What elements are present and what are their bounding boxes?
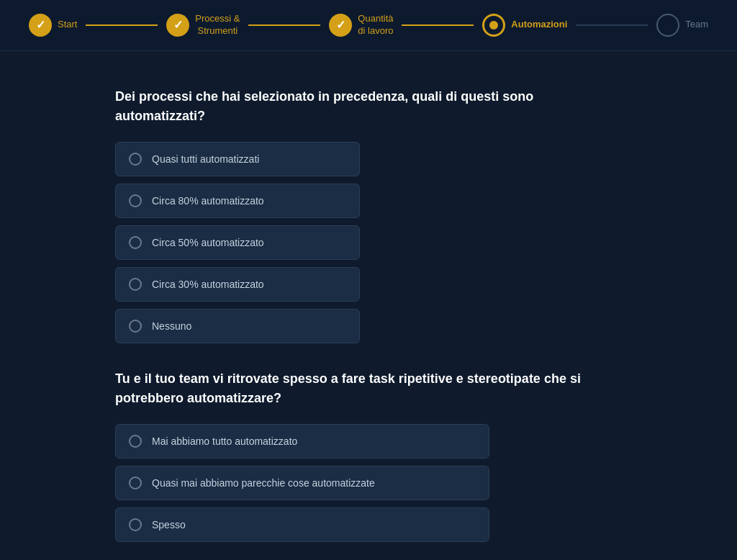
check-icon-processi xyxy=(173,18,183,32)
step-label-start: Start xyxy=(58,19,77,31)
radio-q1-4 xyxy=(129,278,142,291)
option-label-q2-3: Spesso xyxy=(152,519,186,530)
step-quantita[interactable]: Quantitàdi lavoro xyxy=(329,13,393,37)
step-processi[interactable]: Processi &Strumenti xyxy=(166,13,240,37)
option-q1-3[interactable]: Circa 50% automatizzato xyxy=(115,225,360,260)
check-icon-start xyxy=(36,18,45,32)
option-label-q1-1: Quasi tutti automatizzati xyxy=(152,153,259,165)
step-team[interactable]: Team xyxy=(656,14,708,37)
question-1-options: Quasi tutti automatizzati Circa 80% auto… xyxy=(115,142,622,343)
question-2-options: Mai abbiamo tutto automatizzato Quasi ma… xyxy=(115,424,622,542)
option-q2-3[interactable]: Spesso xyxy=(115,507,489,542)
main-content: Dei processi che hai selezionato in prec… xyxy=(0,51,737,560)
option-label-q1-4: Circa 30% automatizzato xyxy=(152,279,264,290)
step-line-1 xyxy=(86,24,158,26)
radio-q2-2 xyxy=(129,477,142,489)
option-label-q1-3: Circa 50% automatizzato xyxy=(152,237,264,248)
radio-q2-1 xyxy=(129,435,142,448)
step-label-quantita: Quantitàdi lavoro xyxy=(358,13,393,37)
check-icon-quantita xyxy=(336,18,345,32)
step-circle-quantita xyxy=(329,14,352,37)
option-label-q2-2: Quasi mai abbiamo parecchie cose automat… xyxy=(152,477,375,489)
question-1-text: Dei processi che hai selezionato in prec… xyxy=(115,87,622,126)
option-q1-1[interactable]: Quasi tutti automatizzati xyxy=(115,142,360,176)
step-circle-team xyxy=(656,14,679,37)
step-circle-automazioni xyxy=(482,14,505,37)
option-label-q1-5: Nessuno xyxy=(152,320,191,332)
step-line-4 xyxy=(576,24,648,26)
question-1-block: Dei processi che hai selezionato in prec… xyxy=(115,87,622,343)
step-start[interactable]: Start xyxy=(29,14,77,37)
step-circle-start xyxy=(29,14,52,37)
radio-q1-2 xyxy=(129,194,142,207)
step-label-team: Team xyxy=(685,19,708,31)
option-q1-5[interactable]: Nessuno xyxy=(115,309,360,343)
option-label-q2-1: Mai abbiamo tutto automatizzato xyxy=(152,435,297,447)
option-label-q1-2: Circa 80% automatizzato xyxy=(152,195,264,207)
option-q2-1[interactable]: Mai abbiamo tutto automatizzato xyxy=(115,424,489,459)
step-line-3 xyxy=(402,24,474,26)
step-line-2 xyxy=(248,24,320,26)
step-automazioni[interactable]: Automazioni xyxy=(482,14,567,37)
option-q1-2[interactable]: Circa 80% automatizzato xyxy=(115,184,360,218)
option-q1-4[interactable]: Circa 30% automatizzato xyxy=(115,267,360,302)
question-2-text: Tu e il tuo team vi ritrovate spesso a f… xyxy=(115,369,622,408)
radio-q1-1 xyxy=(129,153,142,166)
stepper: Start Processi &Strumenti Quantitàdi lav… xyxy=(0,0,737,51)
step-label-processi: Processi &Strumenti xyxy=(195,13,240,37)
radio-q2-3 xyxy=(129,518,142,531)
question-2-block: Tu e il tuo team vi ritrovate spesso a f… xyxy=(115,369,622,542)
radio-q1-3 xyxy=(129,236,142,249)
option-q2-2[interactable]: Quasi mai abbiamo parecchie cose automat… xyxy=(115,466,489,500)
step-label-automazioni: Automazioni xyxy=(511,19,567,31)
step-circle-processi xyxy=(166,14,189,37)
radio-q1-5 xyxy=(129,320,142,333)
